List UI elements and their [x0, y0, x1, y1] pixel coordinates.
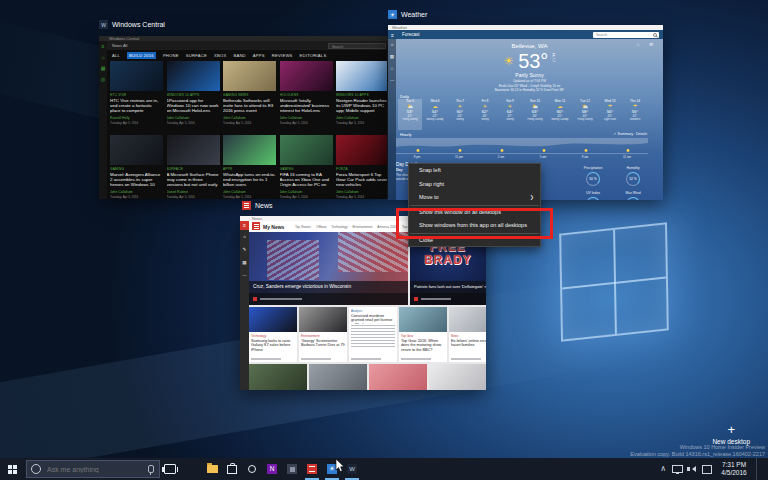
news-article-card[interactable]: NewsEx-felons' online records haunt fami… [449, 307, 486, 362]
daily-forecast-day[interactable]: Sun 10⛅63°46°Partly Sunny [523, 99, 547, 130]
news-app-icon [242, 201, 251, 210]
article-thumbnail [249, 307, 297, 332]
window-thumbnail-windows-central[interactable]: Windows Central ≡⌂▦◎ News All Search ALL… [99, 36, 390, 199]
taskbar-icon-settings[interactable] [242, 458, 262, 480]
gauge-max-wind: Max Wind5mph [616, 191, 650, 200]
daily-forecast-day[interactable]: Fri 8☀62°46°Sunny [473, 99, 497, 130]
news-article-card[interactable]: AnalysisConvicted murderer granted retai… [349, 307, 397, 362]
article-author: John Callaham [167, 116, 220, 120]
start-button[interactable] [0, 458, 24, 480]
taskbar-icon-pinned-app[interactable] [282, 458, 302, 480]
thumbnail-label-weather[interactable]: ☀ Weather [388, 10, 427, 19]
news-tab-entertainment[interactable]: Entertainment [352, 225, 372, 229]
hidden-icons-chevron[interactable]: ∧ [660, 465, 666, 473]
search-input[interactable] [45, 465, 148, 474]
volume-icon[interactable] [689, 466, 696, 472]
article-thumbnail [223, 61, 276, 91]
wc-article-card[interactable]: HTC VIVEHTC Vive reviews are in, and cre… [110, 61, 163, 131]
news-article-card[interactable]: Top GearTop Gear 2016: When does the mot… [399, 307, 447, 362]
wc-breadcrumb: News All [112, 43, 127, 48]
wc-nav-all[interactable]: ALL [112, 53, 120, 58]
news-article-card[interactable]: Entertainment'Georgy' Screenwriter Barba… [299, 307, 347, 362]
weather-appbar: ≡ Forecast Search [388, 30, 663, 39]
gauge-label: UV Index [576, 191, 610, 195]
summary-details-toggle[interactable]: ✓ Summary Details [614, 132, 647, 136]
wc-nav-phone[interactable]: PHONE [163, 53, 179, 58]
unit-toggle[interactable]: F C [552, 53, 555, 63]
wc-nav-surface[interactable]: SURFACE [186, 53, 207, 58]
daily-forecast-day[interactable]: Tue 5⛅53°42°Partly Sunny [398, 99, 422, 130]
hamburger-icon[interactable]: ≡ [240, 221, 249, 230]
daily-forecast-day[interactable]: Thu 14☂55°42°Showers [623, 99, 647, 130]
hourly-temperature-chart [396, 138, 648, 154]
hour-tick-label: 11 pm [438, 155, 480, 159]
daily-forecast-day[interactable]: Thu 7☀60°44°Sunny [448, 99, 472, 130]
daily-forecast-day[interactable]: Mon 11☁60°45°Mostly Cloudy [548, 99, 572, 130]
network-icon[interactable] [672, 465, 683, 473]
weather-sidebar[interactable]: ⌂▦☆⋯ [388, 39, 396, 200]
article-category: Analysis [351, 309, 395, 313]
context-menu-item-move-to[interactable]: Move to❯ [409, 191, 540, 205]
microphone-icon[interactable] [148, 465, 154, 473]
new-desktop-button[interactable]: + New desktop [712, 424, 750, 445]
daily-forecast-day[interactable]: Sat 9☀64°47°Sunny [498, 99, 522, 130]
wc-article-card[interactable]: HOLOLENSMicrosoft 'totally underestimate… [280, 61, 333, 131]
wc-nav-band[interactable]: BAND [233, 53, 245, 58]
wc-article-card[interactable]: GAMING NEWSBethesda Softworks will invit… [223, 61, 276, 131]
hourly-section-label[interactable]: Hourly [400, 132, 412, 137]
task-view-button[interactable] [160, 458, 180, 480]
taskbar-icon-edge[interactable] [182, 458, 202, 480]
context-menu-item-snap-left[interactable]: Snap left [409, 164, 540, 178]
taskbar-clock[interactable]: 7:31 PM 4/5/2016 [718, 461, 750, 477]
wc-article-card[interactable]: GAMINGFIFA 16 coming to EA Access on Xbo… [280, 135, 333, 199]
taskbar-icon-news[interactable] [302, 458, 322, 480]
wc-article-card[interactable]: GAMINGMarvel: Avengers Alliance 2 assemb… [110, 135, 163, 199]
taskbar-icon-file-explorer[interactable] [202, 458, 222, 480]
wc-article-card[interactable]: APPSWhatsApp turns on end-to-end encrypt… [223, 135, 276, 199]
article-author: John Callaham [336, 190, 389, 194]
article-date: Tuesday, Apr 5, 2016 [167, 195, 220, 199]
article-thumbnail [110, 135, 163, 165]
wc-nav-xbox[interactable]: XBOX [214, 53, 226, 58]
wc-article-card[interactable]: SURFACEA Microsoft Surface Phone may com… [167, 135, 220, 199]
clock-date: 4/5/2016 [718, 469, 750, 477]
daily-forecast-day[interactable]: Wed 13☂56°43°Light Rain [598, 99, 622, 130]
taskbar-icon-store[interactable] [222, 458, 242, 480]
taskbar-icon-windows-central[interactable]: W [342, 458, 362, 480]
wc-article-card[interactable]: WINDOWS 10 APPS1Password app for Windows… [167, 61, 220, 131]
article-headline: 'Georgy' Screenwriter Barbara Turner Die… [301, 339, 345, 353]
news-article-card[interactable]: TechnologySamsung looks to raise Galaxy … [249, 307, 297, 362]
context-menu-item-snap-right[interactable]: Snap right [409, 178, 540, 192]
windows-central-app-icon: W [99, 20, 108, 29]
condition-text: Light Rain [598, 118, 622, 124]
news-tab-top-stories[interactable]: Top Stories [295, 225, 311, 229]
wc-search-input[interactable]: Search [328, 43, 386, 49]
action-center-icon[interactable] [702, 465, 712, 474]
gauge-precipitation: Precipitation50 % [576, 166, 610, 186]
thumbnail-label-windows-central[interactable]: W Windows Central [99, 20, 165, 29]
news-tab-offbeat[interactable]: Offbeat [316, 225, 326, 229]
wc-nav-editorials[interactable]: EDITORIALS [300, 53, 327, 58]
wc-nav-apps[interactable]: APPS [253, 53, 265, 58]
daily-forecast-day[interactable]: Wed 6☁54°43°Mostly Cloudy [423, 99, 447, 130]
daily-forecast-day[interactable]: Tue 12⛅58°44°Partly Sunny [573, 99, 597, 130]
article-headline: HTC Vive reviews are in, and create a fa… [110, 98, 163, 115]
wc-article-card[interactable]: WINDOWS 10 APPSNextgen Reader launches i… [336, 61, 389, 131]
news-hero-article[interactable]: Cruz, Sanders emerge victorious in Wisco… [249, 232, 408, 305]
article-category: WINDOWS 10 APPS [167, 93, 220, 97]
news-tab-technology[interactable]: Technology [331, 225, 347, 229]
condition-text: Mostly Cloudy [423, 118, 447, 124]
news-tab-america-2016[interactable]: America 2016 [377, 225, 397, 229]
news-sidebar[interactable]: ≡⌂✎▦⋯ [240, 221, 249, 390]
plus-icon[interactable]: + [712, 424, 750, 436]
weather-search-input[interactable]: Search [593, 32, 659, 38]
taskbar-icon-onenote[interactable]: N [262, 458, 282, 480]
wc-article-card[interactable]: FORZAForza Motorsport 6 Top Gear Car Pac… [336, 135, 389, 199]
cortana-search-box[interactable] [26, 460, 160, 478]
thumbnail-label-news[interactable]: News [242, 201, 273, 210]
show-desktop-button[interactable] [756, 458, 760, 480]
wc-nav-reviews[interactable]: REVIEWS [272, 53, 293, 58]
wc-nav-build-2016[interactable]: BUILD 2016 [127, 52, 156, 59]
hamburger-icon[interactable]: ≡ [391, 32, 394, 38]
article-date: Tuesday, Apr 5, 2016 [280, 121, 333, 125]
